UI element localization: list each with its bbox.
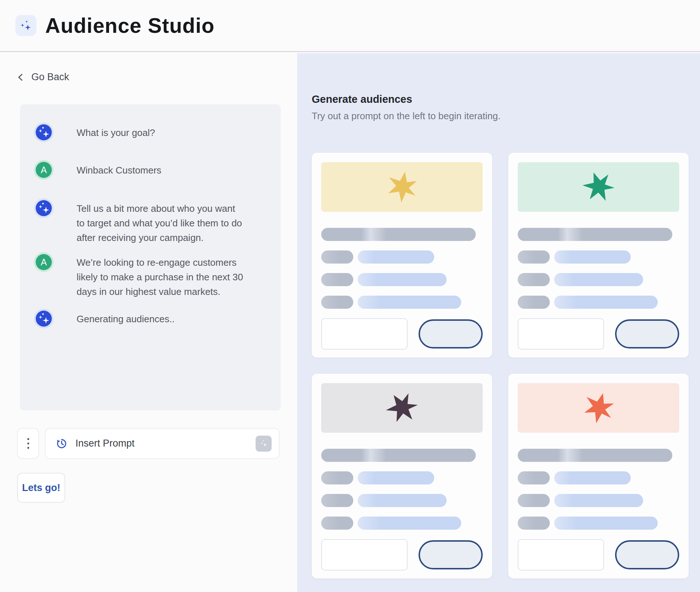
audience-card[interactable] [508,153,689,358]
chat-message: What is your goal? [36,124,267,140]
chat-message-text: Generating audiences.. [77,311,244,326]
audience-cards-grid [312,153,689,579]
chevron-left-icon [16,73,26,82]
skeleton-row [321,517,483,530]
generate-audiences-panel: Generate audiences Try out a prompt on t… [297,53,700,592]
page-title: Audience Studio [45,13,215,38]
chat-message: Tell us a bit more about who you want to… [36,200,267,245]
card-input-box[interactable] [321,539,408,570]
section-title: Generate audiences [312,93,412,105]
left-panel: Go Back What is your goal? A Winback Cus… [0,53,297,592]
app-header: Audience Studio [0,0,700,52]
chat-message-text: What is your goal? [77,124,244,140]
skeleton-row [321,494,483,507]
go-back-label: Go Back [31,71,69,83]
skeleton-row [518,296,679,309]
user-avatar-letter: A [41,257,47,268]
card-action-button[interactable] [615,319,679,348]
card-input-box[interactable] [518,318,604,350]
sparkle-icon-button[interactable] [256,436,272,452]
chat-message: Generating audiences.. [36,311,267,327]
kebab-menu-icon [27,438,29,440]
card-action-button[interactable] [419,540,483,569]
card-banner [518,383,679,433]
skeleton-row [518,273,679,286]
go-back-button[interactable]: Go Back [16,71,69,83]
card-banner [321,383,483,433]
scribble-star-icon [578,387,619,428]
user-avatar: A [36,254,52,270]
skeleton-row [321,296,483,309]
card-input-box[interactable] [518,539,604,570]
skeleton-title-bar [321,228,476,241]
skeleton-row [321,471,483,484]
card-footer [321,539,483,570]
assistant-sparkles-avatar [36,124,52,140]
user-avatar-letter: A [41,165,47,175]
card-action-button[interactable] [419,319,483,348]
insert-prompt-field[interactable]: Insert Prompt [45,428,280,459]
section-subtitle: Try out a prompt on the left to begin it… [312,110,501,122]
skeleton-row [518,471,679,484]
card-banner [518,162,679,212]
scribble-star-icon [577,165,621,209]
skeleton-row [321,273,483,286]
prompt-bar: Insert Prompt [17,428,280,459]
skeleton-row [518,494,679,507]
audience-card[interactable] [312,153,492,358]
app-logo-sparkles-icon [15,15,36,36]
chat-message-text: Winback Customers [77,162,244,178]
assistant-sparkles-avatar [36,311,52,327]
scribble-star-icon [378,385,425,432]
card-action-button[interactable] [615,540,679,569]
card-footer [518,539,679,570]
skeleton-title-bar [518,449,672,462]
chat-panel: What is your goal? A Winback Customers T… [20,104,281,410]
skeleton-title-bar [321,449,476,462]
audience-card[interactable] [312,374,492,579]
card-footer [321,318,483,350]
kebab-menu-button[interactable] [17,428,39,459]
user-avatar: A [36,162,52,178]
card-footer [518,318,679,350]
skeleton-row [321,250,483,264]
skeleton-row [518,517,679,530]
history-icon [56,438,67,449]
chat-message: A Winback Customers [36,162,267,178]
assistant-sparkles-avatar [36,200,52,216]
skeleton-row [518,250,679,264]
card-banner [321,162,483,212]
skeleton-title-bar [518,228,672,241]
audience-card[interactable] [508,374,689,579]
chat-message-text: Tell us a bit more about who you want to… [77,200,244,245]
lets-go-button[interactable]: Lets go! [17,473,65,503]
scribble-star-icon [383,168,421,206]
card-input-box[interactable] [321,318,408,350]
insert-prompt-label: Insert Prompt [75,438,135,449]
chat-message: A We’re looking to re-engage customers l… [36,254,267,299]
chat-message-text: We’re looking to re-engage customers lik… [77,254,244,299]
